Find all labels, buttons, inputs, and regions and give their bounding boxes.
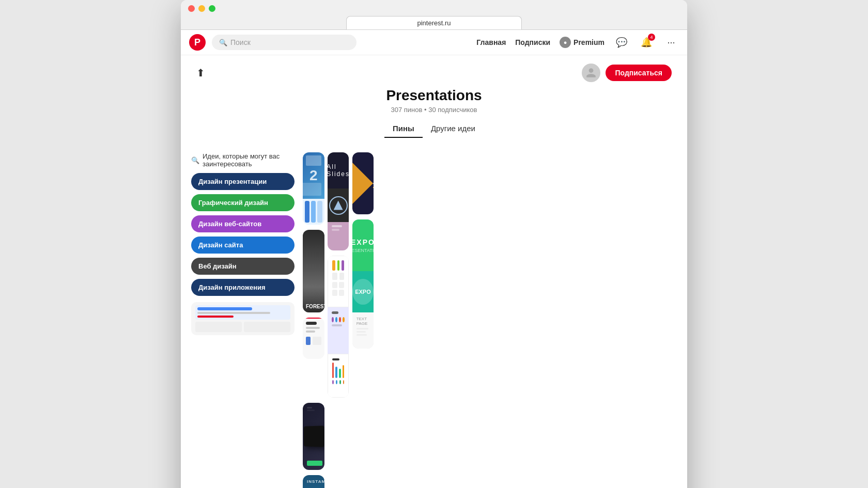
pin-item[interactable] bbox=[303, 318, 324, 359]
search-box[interactable]: 🔍 Поиск bbox=[212, 35, 357, 50]
suggestion-web-design[interactable]: Веб дизайн bbox=[191, 258, 295, 275]
header-right: Подписаться bbox=[582, 64, 672, 82]
maximize-button[interactable] bbox=[209, 5, 215, 12]
premium-icon: ● bbox=[560, 37, 571, 48]
search-icon-small: 🔍 bbox=[191, 156, 199, 164]
nav-premium[interactable]: ● Premium bbox=[560, 37, 605, 48]
tab-other-ideas[interactable]: Другие идеи bbox=[423, 120, 484, 138]
pin-item[interactable]: EXPO PRESENTATION EXPO TEXT PAGE bbox=[352, 219, 374, 349]
search-placeholder: Поиск bbox=[230, 38, 251, 46]
close-button[interactable] bbox=[188, 5, 195, 12]
notification-badge: 4 bbox=[648, 34, 655, 41]
board-actions-top: ⬆ Подписаться bbox=[191, 64, 677, 82]
browser-window: pinterest.ru P 🔍 Поиск Главная Подписки … bbox=[181, 0, 687, 488]
pins-grid: 2 bbox=[303, 152, 677, 488]
pinterest-logo[interactable]: P bbox=[189, 34, 206, 51]
pin-item[interactable]: All Slides bbox=[328, 152, 349, 250]
main-content: ⬆ Подписаться Presentations 307 пинов • … bbox=[181, 55, 687, 488]
suggestion-site-design[interactable]: Дизайн сайта bbox=[191, 237, 295, 254]
sidebar-preview-card[interactable] bbox=[191, 302, 295, 335]
pin-item[interactable]: JULIANNE bbox=[352, 152, 374, 214]
board-meta: 307 пинов • 30 подписчиков bbox=[391, 106, 477, 114]
traffic-lights bbox=[188, 5, 680, 12]
pin-item[interactable] bbox=[303, 403, 324, 470]
tabs: Пины Другие идеи bbox=[384, 120, 484, 138]
browser-chrome: pinterest.ru bbox=[181, 0, 687, 30]
suggestion-app-design[interactable]: Дизайн приложения bbox=[191, 279, 295, 296]
browser-content: P 🔍 Поиск Главная Подписки ● Premium 💬 🔔 bbox=[181, 30, 687, 488]
nav-home[interactable]: Главная bbox=[476, 38, 506, 46]
suggestion-design-presentation[interactable]: Дизайн презентации bbox=[191, 173, 295, 190]
board-header: ⬆ Подписаться Presentations 307 пинов • … bbox=[191, 55, 677, 152]
minimize-button[interactable] bbox=[198, 5, 205, 12]
pin-item[interactable] bbox=[328, 256, 349, 398]
nav-bar: P 🔍 Поиск Главная Подписки ● Premium 💬 🔔 bbox=[181, 30, 687, 55]
suggestion-web-sites[interactable]: Дизайн веб-сайтов bbox=[191, 215, 295, 232]
notifications-icon[interactable]: 🔔 4 bbox=[639, 35, 654, 50]
pin-item[interactable]: 2 bbox=[303, 152, 324, 225]
nav-right: Главная Подписки ● Premium 💬 🔔 4 ··· bbox=[476, 35, 679, 50]
tab-pins[interactable]: Пины bbox=[384, 120, 423, 138]
board-title: Presentations bbox=[386, 87, 482, 104]
pin-item[interactable]: FOREST bbox=[303, 230, 324, 312]
address-bar-row: pinterest.ru bbox=[188, 16, 680, 29]
messages-icon[interactable]: 💬 bbox=[614, 35, 629, 50]
upload-icon[interactable]: ⬆ bbox=[196, 67, 205, 79]
search-icon: 🔍 bbox=[219, 39, 227, 46]
more-options-icon[interactable]: ··· bbox=[663, 35, 679, 50]
suggestion-buttons: Дизайн презентации Графический дизайн Ди… bbox=[191, 173, 295, 296]
subscribe-button[interactable]: Подписаться bbox=[606, 65, 672, 81]
avatar[interactable] bbox=[582, 64, 600, 82]
content-area: 🔍 Идеи, которые могут вас заинтересовать… bbox=[191, 152, 677, 488]
address-bar[interactable]: pinterest.ru bbox=[346, 16, 522, 29]
nav-subscriptions[interactable]: Подписки bbox=[515, 38, 550, 46]
pin-item[interactable]: INSTAMACRO bbox=[303, 475, 324, 488]
sidebar: 🔍 Идеи, которые могут вас заинтересовать… bbox=[191, 152, 295, 488]
sidebar-title: 🔍 Идеи, которые могут вас заинтересовать bbox=[191, 152, 295, 168]
suggestion-graphic-design[interactable]: Графический дизайн bbox=[191, 194, 295, 211]
